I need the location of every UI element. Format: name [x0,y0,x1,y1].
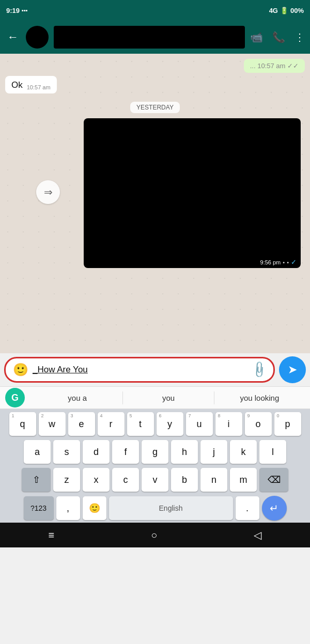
ok-message-text: Ok [11,80,23,90]
key-p[interactable]: 0p [274,412,301,436]
key-t[interactable]: 5t [127,412,154,436]
emoji-key[interactable]: 🙂 [83,496,106,520]
network-label: 4G [269,7,278,14]
header-icons: 📹 📞 ⋮ [250,31,305,43]
video-message-row: 9:56 pm • • ✓ ⇒ [5,118,305,268]
key-i[interactable]: 8i [215,412,242,436]
key-u[interactable]: 7u [186,412,213,436]
nav-home-icon[interactable]: ○ [151,529,157,541]
enter-key[interactable]: ↵ [262,496,287,521]
video-read-check: ✓ [291,258,297,266]
grammarly-button[interactable]: G [5,388,25,407]
video-thumbnail [84,118,301,268]
date-separator: YESTERDAY [5,102,305,113]
key-y[interactable]: 6y [157,412,183,436]
key-h[interactable]: h [171,440,198,464]
prev-msg-truncated: ... 10:57 am ✓✓ [250,62,299,70]
suggestion-item-1[interactable]: you [123,391,214,404]
key-e[interactable]: 3e [68,412,95,436]
symbols-key[interactable]: ?123 [24,496,54,520]
nav-back-icon[interactable]: ◁ [254,529,261,541]
comma-key[interactable]: , [56,496,80,520]
suggestion-item-2[interactable]: you looking [214,391,305,404]
suggestion-item-0[interactable]: you a [32,391,123,404]
key-g[interactable]: g [142,440,168,464]
key-w[interactable]: 2w [39,412,66,436]
input-bubble: 🙂 📎 [4,357,275,383]
battery-label: 00% [290,7,304,14]
space-key[interactable]: English [109,496,233,520]
key-o[interactable]: 9o [245,412,272,436]
forward-button[interactable]: ⇒ [36,180,60,204]
enter-icon: ↵ [270,502,278,514]
phone-call-icon[interactable]: 📞 [272,31,285,43]
video-dot1: • [283,259,285,265]
grammarly-label: G [11,392,19,403]
back-button[interactable]: ← [5,28,21,46]
send-button[interactable]: ➤ [279,356,306,383]
key-k[interactable]: k [230,440,257,464]
video-time-row: 9:56 pm • • ✓ [260,258,297,266]
ok-message-bubble: Ok 10:57 am [5,76,57,93]
ok-message-row: Ok 10:57 am [5,76,305,98]
keyboard-row-1: 1q 2w 3e 4r 5t 6y 7u 8i 9o 0p [2,412,308,436]
key-j[interactable]: j [200,440,227,464]
emoji-button[interactable]: 🙂 [13,363,28,377]
contact-name-redacted [54,26,245,49]
more-options-icon[interactable]: ⋮ [295,31,305,43]
video-call-icon[interactable]: 📹 [250,31,263,43]
keyboard-row-3: ⇧ z x c v b n m ⌫ [2,468,308,492]
nav-menu-icon[interactable]: ≡ [49,529,55,541]
backspace-key[interactable]: ⌫ [259,468,288,492]
keyboard-bottom-row: ?123 , 🙂 English . ↵ [2,496,308,521]
key-a[interactable]: a [24,440,51,464]
key-n[interactable]: n [200,468,227,492]
chat-header: ← 📹 📞 ⋮ [0,21,310,54]
key-r[interactable]: 4r [98,412,125,436]
battery-icon: 🔋 [280,7,288,14]
chat-area: ... 10:57 am ✓✓ Ok 10:57 am YESTERDAY 9:… [0,54,310,353]
key-d[interactable]: d [83,440,110,464]
key-v[interactable]: v [142,468,168,492]
key-q[interactable]: 1q [9,412,36,436]
key-f[interactable]: f [112,440,139,464]
key-x[interactable]: x [83,468,110,492]
key-l[interactable]: l [259,440,286,464]
ok-message-time: 10:57 am [27,84,51,90]
keyboard-row-2: a s d f g h j k l [2,440,308,464]
attach-button[interactable]: 📎 [250,360,269,379]
key-s[interactable]: s [53,440,80,464]
avatar [26,26,49,49]
input-row: 🙂 📎 ➤ [0,353,310,386]
key-b[interactable]: b [171,468,198,492]
status-bar-left: 9:19 ▪▪▪ [6,7,28,14]
video-dot2: • [287,259,289,265]
forward-icon: ⇒ [44,186,53,198]
shift-key[interactable]: ⇧ [22,468,51,492]
nav-bar: ≡ ○ ◁ [0,523,310,547]
status-bar-right: 4G 🔋 00% [269,7,304,14]
key-c[interactable]: c [112,468,139,492]
suggestion-bar: G you a you you looking [0,386,310,409]
status-time: 9:19 [6,7,20,14]
prev-message-hint: ... 10:57 am ✓✓ [5,59,305,73]
chat-input[interactable] [33,365,248,375]
video-timestamp: 9:56 pm [260,259,281,265]
status-bar: 9:19 ▪▪▪ 4G 🔋 00% [0,0,310,21]
key-z[interactable]: z [53,468,80,492]
period-key[interactable]: . [236,496,259,520]
send-icon: ➤ [288,363,297,376]
signal-icon: ▪▪▪ [22,7,28,13]
date-badge-text: YESTERDAY [130,102,180,113]
video-message-bubble[interactable]: 9:56 pm • • ✓ [84,118,301,268]
key-m[interactable]: m [230,468,257,492]
keyboard: 1q 2w 3e 4r 5t 6y 7u 8i 9o 0p a s d f g … [0,409,310,523]
